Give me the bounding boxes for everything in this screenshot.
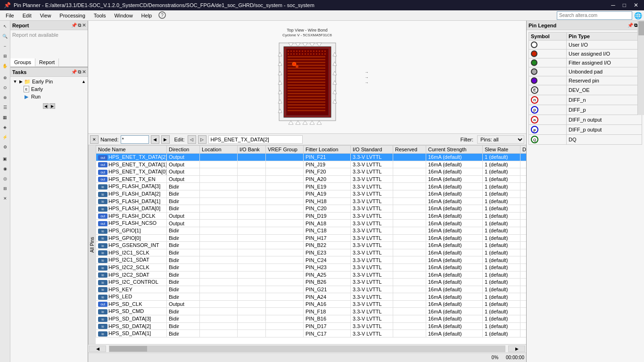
col-slew-rate[interactable]: Slew Rate — [483, 146, 520, 154]
col-location[interactable]: Location — [200, 146, 238, 154]
table-row[interactable]: ioHPS_LED Bidir PIN_A24 3.3-V LVTTL 16mA… — [96, 293, 527, 301]
tasks-pin-button[interactable]: 📌 — [71, 69, 77, 75]
menu-help[interactable]: Help — [138, 12, 156, 19]
table-row[interactable]: ioHPS_SD_DATA[2] Bidir PIN_D17 3.3-V LVT… — [96, 322, 527, 330]
table-row[interactable]: ioHPS_SD_DATA[3] Bidir PIN_B16 3.3-V LVT… — [96, 315, 527, 323]
legend-scroll-thumb[interactable] — [638, 21, 644, 35]
col-reserved[interactable]: Reserved — [393, 146, 426, 154]
tool-5[interactable]: ▦ — [0, 113, 10, 122]
tool-7[interactable]: ⚡ — [0, 132, 10, 142]
cell-node-name: ioHPS_FLASH_DATA[3] — [96, 183, 167, 190]
menu-file[interactable]: File — [2, 12, 18, 19]
col-direction[interactable]: Direction — [167, 146, 200, 154]
menu-processing[interactable]: Processing — [56, 12, 89, 19]
report-pin-button[interactable]: 📌 — [71, 23, 77, 28]
tasks-early-item[interactable]: E Early — [11, 85, 87, 93]
tool-pan[interactable]: ✋ — [0, 61, 10, 71]
table-row[interactable]: ioHPS_I2C2_SCLK Bidir PIN_H23 3.3-V LVTT… — [96, 263, 527, 271]
all-pins-tab[interactable]: All Pins — [88, 145, 96, 344]
svg-rect-29 — [316, 53, 317, 55]
tool-10[interactable]: ◉ — [0, 164, 10, 173]
scrollbar-thumb[interactable] — [109, 346, 147, 352]
tool-3[interactable]: ⊗ — [0, 93, 10, 102]
tasks-run-item[interactable]: ▶ Run — [11, 93, 87, 100]
table-row[interactable]: ioHPS_FLASH_DATA[1] Bidir PIN_H18 3.3-V … — [96, 197, 527, 205]
scroll-right[interactable]: ▶ — [50, 103, 55, 109]
tool-x[interactable]: ✕ — [0, 194, 10, 203]
report-float-button[interactable]: ⧉ — [78, 23, 81, 28]
table-row[interactable]: ioHPS_KEY Bidir PIN_G21 3.3-V LVTTL 16mA… — [96, 286, 527, 293]
tool-1[interactable]: ⊕ — [0, 73, 10, 82]
table-row[interactable]: outHPS_ENET_TX_DATA[2] Output PIN_F21 3.… — [96, 154, 527, 161]
legend-float-button[interactable]: ⧉ — [634, 23, 637, 28]
table-row[interactable]: outHPS_ENET_TX_DATA[0] Output PIN_F20 3.… — [96, 168, 527, 176]
tool-11[interactable]: ◎ — [0, 174, 10, 183]
table-row[interactable]: outHPS_FLASH_DCLK Output PIN_D19 3.3-V L… — [96, 212, 527, 220]
tool-zoom-in[interactable]: 🔍 — [0, 32, 10, 41]
table-row[interactable]: outHPS_ENET_TX_EN Output PIN_A20 3.3-V L… — [96, 175, 527, 183]
cell-vref-group — [266, 154, 304, 161]
pin-table-container[interactable]: Node Name Direction Location I/O Bank VR… — [96, 145, 526, 344]
tool-6[interactable]: ◈ — [0, 123, 10, 132]
col-io-standard[interactable]: I/O Standard — [351, 146, 393, 154]
tool-4[interactable]: ☰ — [0, 103, 10, 112]
table-row[interactable]: outHPS_ENET_TX_DATA[1] Output PIN_J19 3.… — [96, 161, 527, 168]
table-row[interactable]: ioHPS_FLASH_DATA[3] Bidir PIN_E19 3.3-V … — [96, 183, 527, 190]
legend-pin-button[interactable]: 📌 — [627, 23, 633, 28]
col-diff-pair[interactable]: Differential Pair — [520, 146, 527, 154]
menu-window[interactable]: Window — [110, 12, 136, 19]
col-vref-group[interactable]: VREF Group — [266, 146, 304, 154]
table-row[interactable]: ioHPS_SD_CMD Bidir PIN_F18 3.3-V LVTTL 1… — [96, 308, 527, 315]
col-fitter-location[interactable]: Fitter Location — [304, 146, 351, 154]
tool-2[interactable]: ⊙ — [0, 83, 10, 92]
tool-fit[interactable]: ⊞ — [0, 51, 10, 61]
tool-9[interactable]: ▣ — [0, 154, 10, 164]
named-prev-button[interactable]: ◀ — [151, 135, 159, 144]
minimize-button[interactable]: ─ — [609, 2, 617, 8]
table-row[interactable]: ioHPS_GSENSOR_INT Bidir PIN_B22 3.3-V LV… — [96, 242, 527, 249]
named-next-button[interactable]: ▶ — [161, 135, 170, 144]
pin-table: Node Name Direction Location I/O Bank VR… — [96, 145, 526, 337]
tasks-root-item[interactable]: ▼ ▶ 📁 Early Pin ▲ — [11, 78, 87, 85]
filter-select[interactable]: Pins: all Pins: assigned Pins: unassigne… — [477, 135, 524, 144]
tool-zoom-out[interactable]: − — [0, 41, 10, 51]
table-row[interactable]: ioHPS_I2C1_SCLK Bidir PIN_E23 3.3-V LVTT… — [96, 249, 527, 256]
table-row[interactable]: ioHPS_GPIO[1] Bidir PIN_C18 3.3-V LVTTL … — [96, 227, 527, 234]
col-io-bank[interactable]: I/O Bank — [238, 146, 266, 154]
search-input[interactable] — [557, 11, 632, 20]
cell-vref-group — [266, 286, 304, 293]
menu-edit[interactable]: Edit — [19, 12, 35, 19]
table-row[interactable]: ioHPS_GPIO[0] Bidir PIN_H17 3.3-V LVTTL … — [96, 234, 527, 242]
close-button[interactable]: ✕ — [632, 2, 640, 8]
tool-12[interactable]: ⊞ — [0, 184, 10, 193]
scroll-left[interactable]: ◀ — [43, 103, 49, 109]
tool-8[interactable]: ⚙ — [0, 142, 10, 152]
table-row[interactable]: ioHPS_I2C2_SDAT Bidir PIN_A25 3.3-V LVTT… — [96, 271, 527, 279]
report-close-button[interactable]: ✕ — [82, 23, 86, 28]
col-node-name[interactable]: Node Name — [96, 146, 167, 154]
table-row[interactable]: ioHPS_FLASH_DATA[2] Bidir PIN_A19 3.3-V … — [96, 190, 527, 197]
tab-groups[interactable]: Groups — [10, 58, 35, 66]
maximize-button[interactable]: □ — [621, 2, 628, 8]
table-row[interactable]: outHPS_FLASH_NCSO Output PIN_A18 3.3-V L… — [96, 220, 527, 227]
hscroll-right-btn[interactable]: ▶ — [508, 346, 525, 352]
table-row[interactable]: ioHPS_I2C1_SDAT Bidir PIN_C24 3.3-V LVTT… — [96, 256, 527, 264]
edit-copy-button[interactable]: ◁ — [188, 135, 196, 144]
table-row[interactable]: ioHPS_SD_DATA[1] Bidir PIN_C17 3.3-V LVT… — [96, 330, 527, 337]
table-row[interactable]: ioHPS_FLASH_DATA[0] Bidir PIN_C20 3.3-V … — [96, 205, 527, 213]
tasks-close-button[interactable]: ✕ — [82, 69, 86, 75]
named-input[interactable] — [121, 135, 149, 144]
menu-tools[interactable]: Tools — [90, 12, 110, 19]
table-row[interactable]: outHPS_SD_CLK Output PIN_A16 3.3-V LVTTL… — [96, 300, 527, 308]
hscroll-left-btn[interactable]: ◀ — [89, 346, 106, 352]
tasks-float-button[interactable]: ⧉ — [78, 69, 81, 75]
table-row[interactable]: ioHPS_I2C_CONTROL Bidir PIN_B26 3.3-V LV… — [96, 279, 527, 286]
named-close-button[interactable]: ✕ — [90, 135, 99, 144]
legend-scrollbar[interactable] — [637, 21, 644, 115]
edit-paste-button[interactable]: ▷ — [198, 135, 206, 144]
tab-report[interactable]: Report — [35, 58, 59, 66]
col-current-strength[interactable]: Current Strength — [426, 146, 483, 154]
menu-view[interactable]: View — [36, 12, 55, 19]
horizontal-scrollbar[interactable] — [109, 346, 505, 352]
tool-select[interactable]: ↖ — [0, 22, 10, 31]
